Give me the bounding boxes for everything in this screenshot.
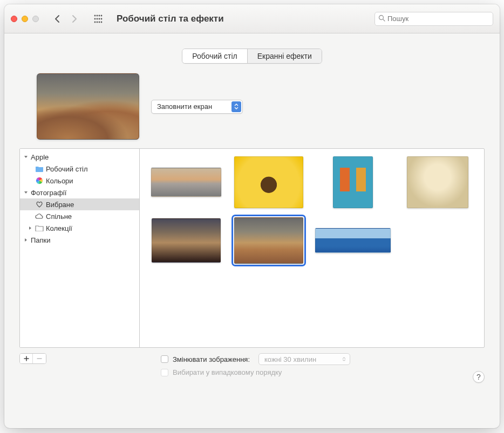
- sidebar-label: Кольори: [46, 177, 73, 185]
- chevron-right-icon: [23, 237, 29, 243]
- sidebar-item-shared[interactable]: Спільне: [20, 210, 139, 222]
- zoom-button: [32, 16, 39, 22]
- updown-icon: [231, 101, 241, 112]
- window-title: Робочий стіл та ефекти: [117, 13, 370, 24]
- show-all-button[interactable]: [91, 12, 106, 25]
- sidebar-label: Робочий стіл: [46, 165, 88, 173]
- search-field[interactable]: [374, 12, 493, 26]
- window-controls: [11, 16, 39, 22]
- svg-point-6: [99, 18, 100, 19]
- chevron-down-icon: [23, 190, 29, 195]
- search-input[interactable]: [387, 15, 489, 23]
- sidebar-label: Колекції: [46, 224, 72, 232]
- minimize-button[interactable]: [22, 16, 28, 22]
- sidebar-item-colors[interactable]: Кольори: [20, 175, 139, 187]
- add-remove-group: [19, 353, 46, 364]
- current-wallpaper-preview: [37, 73, 139, 140]
- change-interval-value: кожні 30 хвилин: [264, 355, 316, 363]
- sidebar-item-collections[interactable]: Колекції: [20, 222, 139, 234]
- color-wheel-icon: [35, 176, 44, 185]
- sidebar-item-desktop-pictures[interactable]: Робочий стіл: [20, 163, 139, 175]
- sidebar-group-folders[interactable]: Папки: [20, 234, 139, 246]
- sidebar-label: Спільне: [46, 212, 72, 221]
- svg-point-8: [94, 21, 96, 23]
- svg-point-3: [101, 15, 103, 16]
- forward-button[interactable]: [67, 12, 82, 25]
- change-interval-select: кожні 30 хвилин: [258, 353, 350, 365]
- wallpaper-thumb[interactable]: [151, 214, 222, 267]
- sidebar-group-photos[interactable]: Фотографії: [20, 187, 139, 198]
- main-split: Apple Робочий стіл: [19, 148, 485, 348]
- svg-point-4: [94, 18, 96, 19]
- chevron-right-icon: [28, 225, 33, 231]
- search-icon: [378, 14, 385, 24]
- updown-icon: [340, 355, 348, 363]
- help-icon: ?: [476, 373, 481, 381]
- svg-point-0: [94, 15, 96, 16]
- fill-mode-value: Заповнити екран: [157, 102, 212, 111]
- wallpaper-thumb[interactable]: [151, 155, 222, 209]
- tab-screensaver[interactable]: Екранні ефекти: [248, 49, 322, 63]
- svg-point-5: [97, 18, 98, 19]
- svg-line-13: [383, 19, 385, 21]
- bottom-controls: Змінювати зображення: кожні 30 хвилин Ви…: [4, 348, 500, 376]
- random-order-label: Вибирати у випадковому порядку: [173, 368, 282, 376]
- heart-icon: [35, 200, 44, 209]
- sidebar-label: Фотографії: [31, 189, 66, 197]
- nav-buttons: [50, 12, 82, 25]
- tab-desktop[interactable]: Робочий стіл: [182, 49, 248, 63]
- sidebar-label: Вибране: [46, 201, 74, 209]
- chevron-down-icon: [23, 154, 29, 160]
- svg-point-10: [99, 21, 100, 23]
- wallpaper-thumb[interactable]: [401, 155, 473, 209]
- tab-segmented-control: Робочий стіл Екранні ефекти: [182, 49, 322, 64]
- sidebar-label: Apple: [31, 153, 49, 161]
- wallpaper-thumb-selected[interactable]: [233, 214, 305, 267]
- remove-folder-button: [33, 354, 46, 363]
- wallpaper-grid: [140, 149, 484, 347]
- preferences-window: Робочий стіл та ефекти Робочий стіл Екра…: [4, 4, 500, 428]
- change-picture-label: Змінювати зображення:: [173, 355, 250, 363]
- svg-point-7: [101, 18, 103, 19]
- svg-point-9: [97, 21, 98, 23]
- toolbar: Робочий стіл та ефекти: [4, 4, 500, 33]
- sidebar-group-apple[interactable]: Apple: [20, 151, 139, 163]
- preview-row: Заповнити екран: [4, 73, 500, 148]
- svg-point-11: [101, 21, 103, 23]
- wallpaper-thumb[interactable]: [315, 214, 391, 267]
- source-sidebar: Apple Робочий стіл: [20, 149, 140, 347]
- sidebar-label: Папки: [31, 236, 51, 244]
- help-button[interactable]: ?: [473, 371, 485, 383]
- close-button[interactable]: [11, 16, 17, 22]
- folder-icon: [35, 224, 44, 232]
- folder-icon: [35, 164, 44, 173]
- svg-point-1: [97, 15, 98, 16]
- add-folder-button[interactable]: [20, 354, 33, 363]
- back-button[interactable]: [50, 12, 65, 25]
- random-order-row: Вибирати у випадковому порядку: [161, 368, 350, 376]
- plus-icon: [24, 356, 29, 361]
- wallpaper-thumb[interactable]: [315, 155, 391, 209]
- wallpaper-thumb[interactable]: [233, 155, 305, 209]
- minus-icon: [37, 356, 42, 361]
- svg-point-2: [99, 15, 100, 16]
- cloud-icon: [35, 212, 44, 221]
- fill-mode-select[interactable]: Заповнити екран: [151, 100, 243, 114]
- random-order-checkbox: [161, 369, 168, 376]
- change-picture-row: Змінювати зображення: кожні 30 хвилин: [161, 353, 350, 365]
- sidebar-item-favorites[interactable]: Вибране: [20, 198, 139, 210]
- change-picture-checkbox[interactable]: [161, 355, 168, 363]
- tabs-row: Робочий стіл Екранні ефекти: [4, 33, 500, 73]
